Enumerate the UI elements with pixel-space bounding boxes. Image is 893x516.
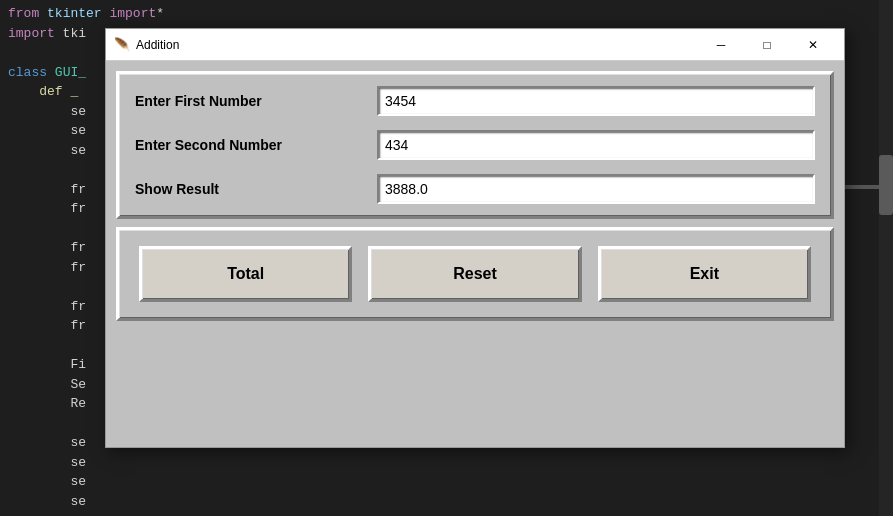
window-content: Enter First Number Enter Second Number S…: [106, 61, 844, 447]
scrollbar-thumb[interactable]: [879, 155, 893, 215]
addition-window: 🪶 Addition ─ □ ✕ Enter First Number Ente…: [105, 28, 845, 448]
first-number-label: Enter First Number: [135, 93, 365, 109]
form-row-first: Enter First Number: [135, 86, 815, 116]
form-panel: Enter First Number Enter Second Number S…: [116, 71, 834, 219]
reset-button[interactable]: Reset: [368, 246, 581, 302]
scrollbar-track[interactable]: [879, 0, 893, 516]
maximize-button[interactable]: □: [744, 29, 790, 61]
close-button[interactable]: ✕: [790, 29, 836, 61]
result-input[interactable]: [377, 174, 815, 204]
second-number-label: Enter Second Number: [135, 137, 365, 153]
second-number-input[interactable]: [377, 130, 815, 160]
window-title: Addition: [136, 38, 698, 52]
button-panel: Total Reset Exit: [116, 227, 834, 321]
form-row-second: Enter Second Number: [135, 130, 815, 160]
minimize-button[interactable]: ─: [698, 29, 744, 61]
titlebar-controls: ─ □ ✕: [698, 29, 836, 61]
window-icon: 🪶: [114, 37, 130, 53]
total-button[interactable]: Total: [139, 246, 352, 302]
exit-button[interactable]: Exit: [598, 246, 811, 302]
first-number-input[interactable]: [377, 86, 815, 116]
h-scrollbar-indicator: [839, 185, 879, 189]
result-label: Show Result: [135, 181, 365, 197]
form-row-result: Show Result: [135, 174, 815, 204]
titlebar: 🪶 Addition ─ □ ✕: [106, 29, 844, 61]
code-from: from: [8, 6, 39, 21]
